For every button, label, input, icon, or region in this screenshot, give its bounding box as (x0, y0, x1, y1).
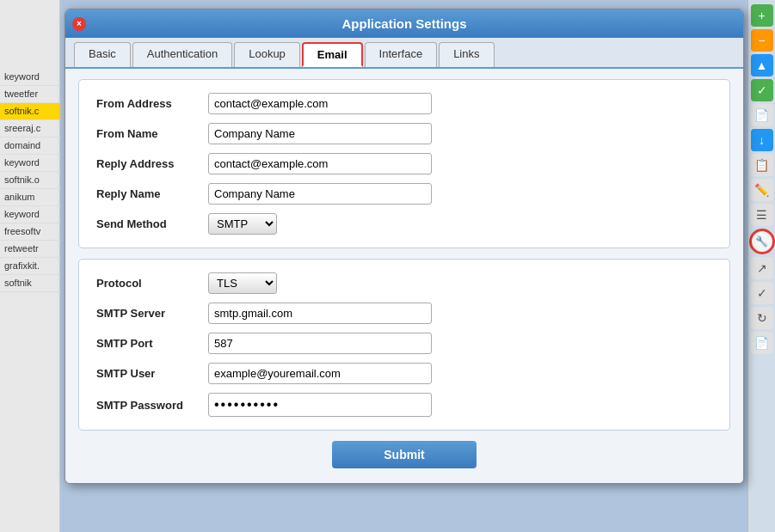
tab-lookup[interactable]: Lookup (234, 42, 300, 67)
smtp-server-input[interactable] (208, 303, 432, 324)
check-icon[interactable]: ✓ (751, 79, 773, 101)
submit-button[interactable]: Submit (332, 441, 476, 468)
smtp-port-label: SMTP Port (96, 337, 208, 350)
smtp-password-row: SMTP Password (96, 393, 712, 417)
sidebar-item[interactable]: tweetfer (0, 86, 60, 103)
send-method-select[interactable]: SMTP Mail Sendmail (208, 213, 277, 235)
protocol-select[interactable]: TLS SSL None (208, 272, 277, 294)
sidebar-list: keywordtweetfersoftnik.csreeraj.cdomaind… (0, 69, 60, 292)
minus-icon[interactable]: − (751, 29, 773, 52)
check2-icon[interactable]: ✓ (751, 282, 773, 304)
dialog-body: From Address From Name Reply Address Rep… (65, 69, 743, 483)
reply-name-input[interactable] (208, 183, 432, 205)
sidebar-item[interactable]: retweetr (0, 241, 60, 258)
submit-row: Submit (78, 441, 730, 468)
reply-name-row: Reply Name (96, 183, 712, 205)
tab-email[interactable]: Email (302, 42, 363, 67)
send-method-label: Send Method (96, 217, 208, 230)
from-name-label: From Name (96, 127, 208, 140)
from-name-row: From Name (96, 123, 712, 144)
add-doc-icon[interactable]: 📋 (751, 154, 773, 176)
sidebar-item[interactable]: keyword (0, 155, 60, 172)
send-method-row: Send Method SMTP Mail Sendmail (96, 213, 712, 235)
smtp-password-input[interactable] (208, 393, 432, 417)
from-address-row: From Address (96, 93, 712, 114)
smtp-user-label: SMTP User (96, 367, 208, 380)
smtp-settings-section: Protocol TLS SSL None SMTP Server SMTP P… (78, 259, 730, 431)
plus-icon[interactable]: + (751, 4, 773, 27)
tab-authentication[interactable]: Authentication (132, 42, 232, 67)
smtp-user-row: SMTP User (96, 363, 712, 384)
up-icon[interactable]: ▲ (751, 54, 773, 76)
smtp-port-row: SMTP Port (96, 333, 712, 354)
sidebar-item[interactable]: sreeraj.c (0, 120, 60, 138)
edit-icon[interactable]: ✏️ (751, 179, 773, 201)
tab-links[interactable]: Links (439, 42, 494, 67)
reply-address-label: Reply Address (96, 157, 208, 170)
list-icon[interactable]: ☰ (751, 204, 773, 226)
tabs-bar: Basic Authentication Lookup Email Interf… (65, 38, 743, 69)
smtp-server-row: SMTP Server (96, 303, 712, 324)
sidebar-item[interactable]: domaind (0, 138, 60, 155)
from-name-input[interactable] (208, 123, 432, 144)
protocol-row: Protocol TLS SSL None (96, 272, 712, 294)
refresh-icon[interactable]: ↻ (751, 307, 773, 329)
sidebar-item[interactable]: keyword (0, 206, 60, 223)
sidebar-item[interactable]: anikum (0, 189, 60, 206)
doc-icon[interactable]: 📄 (751, 104, 773, 126)
settings-wrench-icon[interactable]: 🔧 (749, 229, 775, 254)
reply-address-input[interactable] (208, 153, 432, 174)
dialog-title: Application Settings (341, 16, 466, 31)
close-button[interactable]: × (72, 17, 86, 31)
reply-address-row: Reply Address (96, 153, 712, 174)
smtp-password-label: SMTP Password (96, 399, 208, 412)
smtp-server-label: SMTP Server (96, 307, 208, 320)
smtp-user-input[interactable] (208, 363, 432, 384)
sidebar-item[interactable]: freesoftv (0, 223, 60, 241)
right-sidebar: + − ▲ ✓ 📄 ↓ 📋 ✏️ ☰ 🔧 ↗ ✓ ↻ 📄 (747, 0, 775, 532)
left-sidebar: keywordtweetfersoftnik.csreeraj.cdomaind… (0, 0, 60, 532)
application-settings-dialog: × Application Settings Basic Authenticat… (65, 9, 744, 484)
sidebar-item[interactable]: softnik.o (0, 172, 60, 189)
protocol-label: Protocol (96, 277, 208, 290)
from-address-input[interactable] (208, 93, 432, 114)
tab-interface[interactable]: Interface (365, 42, 438, 67)
doc2-icon[interactable]: 📄 (751, 332, 773, 354)
dialog-title-bar: × Application Settings (65, 9, 743, 38)
sidebar-item[interactable]: softnik.c (0, 103, 60, 120)
sidebar-item[interactable]: softnik (0, 275, 60, 292)
smtp-port-input[interactable] (208, 333, 432, 354)
share-icon[interactable]: ↗ (751, 257, 773, 279)
email-basic-section: From Address From Name Reply Address Rep… (78, 79, 730, 248)
sidebar-item[interactable]: grafixkit. (0, 258, 60, 275)
sidebar-item[interactable]: keyword (0, 69, 60, 86)
tab-basic[interactable]: Basic (74, 42, 131, 67)
down-arrow-icon[interactable]: ↓ (751, 129, 773, 151)
from-address-label: From Address (96, 97, 208, 110)
reply-name-label: Reply Name (96, 187, 208, 200)
